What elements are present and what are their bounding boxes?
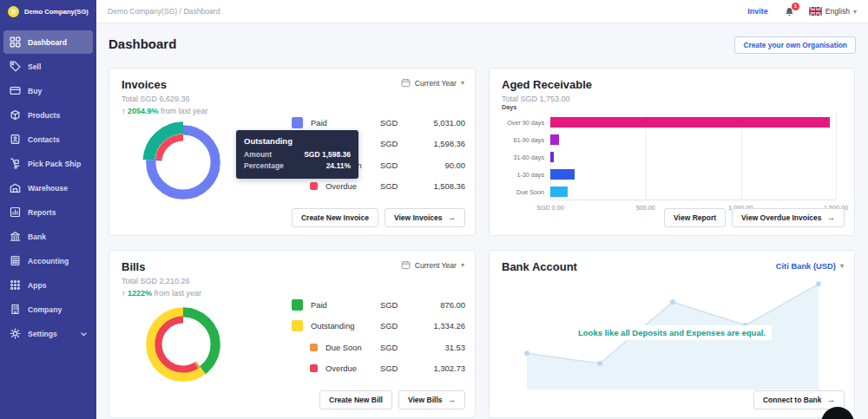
sidebar-item-settings[interactable]: Settings bbox=[3, 322, 93, 345]
sidebar-item-pick-pack-ship[interactable]: Pick Pack Ship bbox=[3, 152, 93, 175]
sidebar-item-company[interactable]: Company bbox=[3, 298, 93, 321]
address-book-icon bbox=[10, 134, 21, 145]
bills-legend: Paid SGD 876.00 Outstanding SGD 1,334.26… bbox=[292, 294, 465, 379]
legend-swatch bbox=[292, 299, 303, 311]
main-content: Dashboard Create your own Organisation I… bbox=[96, 23, 868, 419]
arrow-up-icon: ↑ bbox=[122, 289, 126, 298]
building-icon bbox=[10, 304, 21, 315]
sidebar-item-apps[interactable]: Apps bbox=[3, 273, 93, 297]
bank-account-selector[interactable]: Citi Bank (USD) ▾ bbox=[776, 261, 844, 271]
invoices-card: Invoices Total SGD 6,629.36 ↑ 2054.9% fr… bbox=[108, 68, 476, 236]
aged-receivable-bar-chart[interactable]: Days Over 90 days61-90 days31-60 days1-3… bbox=[502, 103, 836, 212]
sidebar-item-label: Pick Pack Ship bbox=[28, 160, 81, 168]
connect-to-bank-button[interactable]: Connect to Bank→ bbox=[753, 390, 845, 409]
sidebar-item-accounting[interactable]: Accounting bbox=[3, 249, 93, 272]
sidebar-nav: Dashboard Sell Buy Products Contacts Pic… bbox=[0, 23, 96, 345]
sidebar-item-reports[interactable]: Reports bbox=[3, 200, 93, 224]
bar-row: 1-30 days bbox=[502, 166, 836, 183]
bar-row: 31-60 days bbox=[502, 148, 836, 166]
chevron-down-icon bbox=[81, 330, 87, 338]
sidebar-item-buy[interactable]: Buy bbox=[3, 79, 93, 102]
sidebar: D Demo Company(SG) Dashboard Sell Buy Pr… bbox=[0, 0, 96, 419]
legend-swatch bbox=[310, 344, 318, 351]
calendar-icon bbox=[401, 260, 411, 270]
view-bills-button[interactable]: View Bills→ bbox=[398, 390, 465, 409]
sidebar-item-contacts[interactable]: Contacts bbox=[3, 128, 93, 151]
sidebar-item-products[interactable]: Products bbox=[3, 103, 93, 127]
price-tag-icon bbox=[10, 61, 21, 72]
period-selector[interactable]: Current Year ▾ bbox=[401, 78, 464, 88]
breadcrumb: Demo Company(SG) / Dashboard bbox=[108, 7, 220, 16]
arrow-right-icon: → bbox=[827, 396, 836, 403]
sidebar-item-label: Sell bbox=[28, 62, 41, 71]
invite-button[interactable]: Invite bbox=[747, 7, 768, 16]
org-switcher[interactable]: D Demo Company(SG) bbox=[0, 0, 96, 23]
caret-down-icon: ▾ bbox=[461, 261, 464, 269]
hand-truck-icon bbox=[10, 158, 21, 169]
sidebar-item-sell[interactable]: Sell bbox=[3, 55, 93, 78]
sidebar-item-label: Reports bbox=[28, 208, 56, 217]
view-report-button[interactable]: View Report bbox=[664, 208, 726, 227]
dashboard-icon bbox=[10, 36, 21, 48]
package-icon bbox=[10, 109, 21, 121]
apps-grid-icon bbox=[10, 279, 21, 291]
uk-flag-icon bbox=[809, 7, 822, 16]
sidebar-item-label: Bank bbox=[28, 232, 46, 241]
period-selector[interactable]: Current Year ▾ bbox=[401, 260, 464, 270]
caret-down-icon: ▾ bbox=[853, 8, 857, 16]
bank-icon bbox=[10, 231, 21, 242]
sidebar-item-label: Products bbox=[28, 111, 60, 120]
legend-row-overdue: Overdue SGD 1,508.36 bbox=[292, 176, 465, 198]
legend-row-paid: Paid SGD 876.00 bbox=[292, 294, 465, 316]
card-total: Total SGD 2,210.26 bbox=[122, 277, 464, 285]
period-label: Current Year bbox=[415, 79, 457, 88]
bar-row: 61-90 days bbox=[502, 131, 836, 148]
sidebar-item-label: Contacts bbox=[28, 135, 60, 144]
legend-swatch bbox=[292, 320, 303, 331]
caret-down-icon: ▾ bbox=[840, 262, 844, 270]
create-new-invoice-button[interactable]: Create New Invoice bbox=[292, 208, 378, 227]
topbar: Demo Company(SG) / Dashboard Invite 1 En… bbox=[96, 0, 868, 23]
sidebar-item-dashboard[interactable]: Dashboard bbox=[3, 30, 93, 54]
card-title: Aged Receivable bbox=[502, 78, 844, 91]
caret-down-icon: ▾ bbox=[461, 79, 464, 87]
arrow-right-icon: → bbox=[448, 214, 457, 221]
bills-donut-chart[interactable] bbox=[137, 298, 229, 390]
invoices-donut-chart[interactable] bbox=[137, 116, 229, 208]
sidebar-item-label: Settings bbox=[28, 330, 57, 338]
calendar-icon bbox=[401, 78, 411, 88]
sidebar-item-bank[interactable]: Bank bbox=[3, 225, 93, 248]
org-avatar: D bbox=[8, 6, 19, 17]
sidebar-item-label: Warehouse bbox=[28, 184, 68, 193]
sidebar-item-label: Accounting bbox=[28, 257, 69, 265]
view-invoices-button[interactable]: View Invoices→ bbox=[385, 208, 465, 227]
sidebar-item-warehouse[interactable]: Warehouse bbox=[3, 176, 93, 200]
legend-swatch bbox=[310, 364, 318, 372]
notification-badge: 1 bbox=[792, 3, 799, 10]
arrow-right-icon: → bbox=[448, 396, 457, 403]
create-new-bill-button[interactable]: Create New Bill bbox=[319, 390, 392, 409]
legend-row-overdue: Overdue SGD 1,302.73 bbox=[292, 358, 465, 380]
view-overdue-invoices-button[interactable]: View Overdue Invoices→ bbox=[732, 208, 845, 227]
sidebar-item-label: Dashboard bbox=[28, 38, 67, 47]
language-selector[interactable]: English ▾ bbox=[809, 7, 857, 16]
page-title: Dashboard bbox=[108, 36, 176, 51]
legend-swatch bbox=[292, 117, 303, 128]
sidebar-item-label: Buy bbox=[28, 87, 42, 95]
calculator-icon bbox=[10, 255, 21, 266]
bar-row: Over 90 days bbox=[502, 114, 836, 131]
card-total: Total SGD 1,753.00 bbox=[502, 95, 844, 103]
sidebar-item-label: Company bbox=[28, 305, 62, 314]
notifications-button[interactable]: 1 bbox=[784, 6, 795, 17]
bar-row: Due Soon bbox=[502, 183, 836, 200]
create-organisation-button[interactable]: Create your own Organisation bbox=[734, 36, 856, 54]
arrow-up-icon: ↑ bbox=[122, 107, 126, 115]
legend-swatch bbox=[310, 182, 318, 190]
legend-row-due-soon: Due Soon SGD 31.53 bbox=[292, 337, 465, 358]
period-label: Current Year bbox=[415, 261, 457, 270]
aged-receivable-card: Aged Receivable Total SGD 1,753.00 Days … bbox=[489, 68, 855, 236]
y-axis-label: Days bbox=[502, 103, 836, 114]
org-name: Demo Company(SG) bbox=[24, 8, 89, 16]
bank-account-label: Citi Bank (USD) bbox=[776, 261, 836, 271]
gear-icon bbox=[10, 328, 21, 339]
